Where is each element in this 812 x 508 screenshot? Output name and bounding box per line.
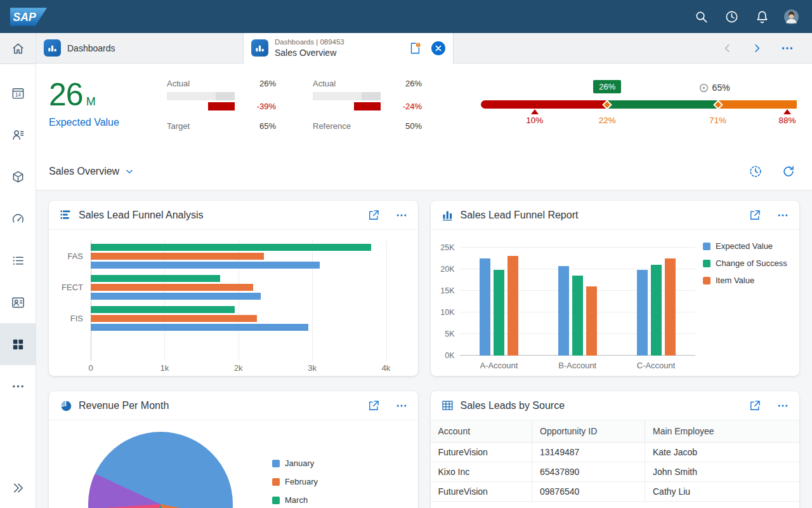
tab-sales-overview-active[interactable]: Dashboards | 089453 Sales Overview ! (243, 33, 454, 63)
account-link[interactable]: Kixo Inc (431, 462, 532, 482)
sidebar-item-dashboards[interactable] (0, 323, 36, 365)
chevron-down-icon (125, 167, 134, 176)
bullet-micro-chart: Actual 26% -24% Reference 50% (313, 74, 422, 152)
svg-text:14: 14 (15, 92, 21, 98)
account-link[interactable]: FutureVision (431, 482, 532, 502)
auto-refresh-icon[interactable] (749, 164, 763, 178)
sap-logo-text: SAP (13, 11, 36, 23)
calendar-icon: 14 (11, 86, 25, 100)
bar (558, 266, 569, 356)
card-overflow-icon[interactable] (395, 209, 408, 222)
card-header: Revenue Per Month (49, 391, 418, 420)
axis-tick-label: 0 (88, 363, 93, 373)
sidebar-item-overflow[interactable] (0, 365, 36, 407)
card-actions (749, 399, 789, 412)
body-row: 14 (0, 33, 812, 508)
bar (494, 270, 504, 356)
close-tab-button[interactable] (431, 41, 445, 55)
tab-overflow-icon[interactable] (780, 41, 794, 55)
next-tab-chevron-icon[interactable] (751, 43, 763, 54)
employee-link[interactable]: Cathy Liu (645, 482, 800, 502)
opportunity-id-cell: 13149487 (532, 443, 645, 462)
x-axis-categories: A-AccountB-AccountC-Account (460, 356, 696, 371)
opportunity-id-cell: 65437890 (532, 462, 645, 482)
recent-activities-icon[interactable] (719, 4, 743, 29)
page-title: Sales Overview (49, 166, 119, 177)
table-body: FutureVision13149487Kate JacobKixo Inc65… (431, 443, 800, 502)
page-title-dropdown[interactable]: Sales Overview (49, 166, 134, 177)
open-in-new-icon[interactable] (367, 209, 380, 222)
bullet-bottom-row: Target 65% (167, 121, 276, 131)
card-overflow-icon[interactable] (776, 209, 789, 222)
customer-icon (11, 128, 25, 142)
legend-label: March (285, 495, 308, 505)
threshold-label: 10% (526, 116, 543, 125)
sidebar-item-calendar[interactable]: 14 (0, 72, 36, 114)
sidebar-item-home[interactable] (0, 33, 36, 64)
main-column: Dashboards Dashboards | 089453 Sales Ove… (36, 33, 812, 508)
axis-tick-label: 15K (440, 286, 454, 295)
open-in-new-icon[interactable] (749, 399, 761, 412)
bar-group (460, 239, 539, 356)
page-subheader: Sales Overview (36, 152, 812, 190)
legend-item: March (272, 495, 318, 505)
card-overflow-icon[interactable] (395, 399, 408, 412)
bar (91, 253, 264, 260)
bar (91, 293, 261, 300)
threshold-range-chart: 26% 65% 10%22%71%88% (481, 74, 797, 152)
previous-tab-chevron-icon (722, 43, 733, 54)
message-alert-icon[interactable]: ! (408, 41, 422, 55)
dashboards-grid-icon (11, 337, 25, 352)
user-avatar[interactable] (780, 6, 802, 27)
sidebar-item-performance[interactable] (0, 197, 36, 239)
pie-chart-icon (59, 399, 72, 412)
legend-swatch (703, 243, 710, 250)
vertical-bar-chart-icon (441, 208, 454, 222)
funnel-report-chart: 0K5K10K15K20K25K A-AccountB-AccountC-Acc… (431, 230, 800, 376)
bar (480, 258, 490, 356)
bullet-label: Actual (313, 79, 336, 88)
card-sales-lead-funnel-analysis: Sales Lead Funnel Analysis (49, 201, 418, 376)
bar (91, 244, 371, 251)
open-in-new-icon[interactable] (367, 399, 380, 412)
tab-breadcrumb: Dashboards | 089453 (275, 37, 344, 47)
pie-chart (88, 432, 233, 508)
sidebar-item-list[interactable] (0, 239, 36, 281)
table-row: FutureVision13149487Kate Jacob (431, 443, 800, 462)
sidebar-item-customers[interactable] (0, 114, 36, 156)
card-actions (367, 399, 408, 412)
employee-link[interactable]: John Smith (645, 462, 800, 482)
bar-groups (460, 239, 696, 356)
tab-label: Dashboards (67, 43, 115, 53)
search-icon[interactable] (689, 4, 713, 29)
axis-tick-label: 10K (440, 308, 454, 317)
sap-logo-icon: SAP (10, 8, 47, 26)
leads-table-container: AccountOpportunity IDMain Employee Futur… (431, 420, 800, 508)
card-header: Sales Lead Funnel Report (431, 201, 800, 230)
navigation-sidebar: 14 (0, 33, 36, 508)
kpi-header: 26M Expected Value Actual 26% -39% Targe… (36, 64, 812, 152)
refresh-icon[interactable] (782, 164, 796, 178)
sidebar-item-contacts[interactable] (0, 281, 36, 323)
employee-link[interactable]: Kate Jacob (645, 443, 800, 462)
sidebar-item-products[interactable] (0, 156, 36, 197)
bar (651, 265, 662, 356)
card-title: Sales Lead Funnel Report (461, 210, 579, 221)
contact-card-icon (11, 295, 25, 310)
performance-gauge-icon (11, 211, 25, 226)
bar-stack (91, 275, 386, 300)
notifications-bell-icon[interactable] (750, 4, 774, 29)
tab-dashboards[interactable]: Dashboards (36, 33, 243, 63)
threshold-actual-badge: 26% (593, 80, 621, 93)
threshold-label: 22% (599, 116, 616, 125)
account-link[interactable]: FutureVision (431, 443, 532, 462)
sidebar-expand-button[interactable] (0, 474, 36, 502)
card-actions (367, 209, 408, 222)
category-label: C-Account (617, 356, 695, 371)
open-in-new-icon[interactable] (749, 209, 761, 222)
card-overflow-icon[interactable] (776, 399, 789, 412)
legend-item: Change of Success (703, 258, 792, 268)
bullet-top-row: Actual 26% (313, 79, 422, 88)
threshold-target: 65% (699, 83, 730, 93)
bar (91, 275, 220, 282)
